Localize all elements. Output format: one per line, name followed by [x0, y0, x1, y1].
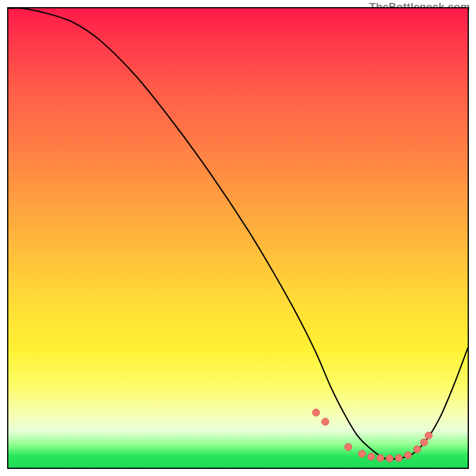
highlight-dot: [425, 432, 432, 439]
chart-svg: [8, 8, 468, 468]
highlight-dot: [358, 450, 365, 458]
highlight-dot: [322, 418, 329, 425]
highlight-dot: [405, 452, 412, 459]
highlight-dot: [312, 409, 320, 416]
highlight-dot: [414, 446, 421, 453]
highlight-dot: [377, 455, 384, 462]
highlight-dot: [386, 455, 393, 462]
highlight-dot: [395, 455, 402, 462]
chart-container: TheBottleneck.com: [0, 0, 476, 476]
highlight-dots-group: [312, 409, 432, 462]
bottleneck-curve-line: [8, 8, 468, 459]
highlight-dot: [368, 453, 375, 461]
highlight-dot: [421, 439, 428, 446]
highlight-dot: [345, 443, 352, 450]
plot-area: [7, 7, 469, 469]
